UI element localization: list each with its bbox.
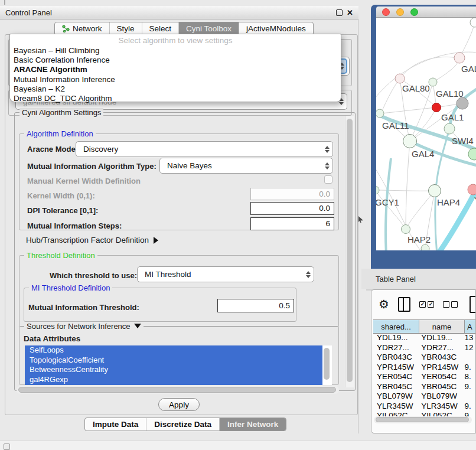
manual-kernel-checkbox[interactable]: [324, 175, 332, 184]
cell-value[interactable]: 12: [462, 343, 476, 353]
cell-name[interactable]: YBL079W: [418, 392, 462, 402]
dropdown-item-selected[interactable]: ARACNE Algorithm: [10, 65, 341, 74]
apply-button[interactable]: Apply: [158, 398, 200, 411]
cell-name[interactable]: YPR145W: [418, 363, 462, 373]
list-item[interactable]: BetweennessCentrality: [25, 365, 322, 375]
kernel-width-field[interactable]: 0.0: [250, 188, 334, 200]
cell-name[interactable]: YBR043C: [418, 353, 462, 363]
cell-name[interactable]: YDR27...: [418, 343, 462, 353]
cell-value[interactable]: [462, 392, 476, 402]
gear-icon[interactable]: ⚙: [379, 297, 389, 311]
mi-algorithm-type-combobox[interactable]: Naive Bayes: [159, 158, 333, 174]
network-canvas[interactable]: GAL GAL80 GAL10 GAL1 GAL11 SWI4 GAL4 GCY…: [376, 18, 476, 250]
column-header-shared-name[interactable]: shared...: [373, 320, 419, 333]
table-row[interactable]: YDL19... YDL19... 13: [373, 333, 476, 343]
cell-shared-name[interactable]: YBR043C: [373, 353, 418, 363]
tab-impute-data[interactable]: Impute Data: [85, 418, 146, 431]
cell-value[interactable]: 9.: [462, 411, 476, 416]
cell-name[interactable]: YLR345W: [418, 402, 462, 412]
cell-shared-name[interactable]: YIL052C: [373, 411, 418, 416]
cell-shared-name[interactable]: YDR27...: [373, 343, 418, 353]
deselect-all-icon[interactable]: [443, 301, 458, 308]
combobox-stepper[interactable]: [322, 158, 332, 173]
dropdown-item[interactable]: Basic Correlation Inference: [10, 56, 341, 65]
settings-horizontal-scrollbar[interactable]: [17, 386, 339, 394]
float-icon[interactable]: [336, 9, 343, 16]
tab-select[interactable]: Select: [142, 22, 180, 35]
network-node[interactable]: [468, 184, 476, 195]
cell-name[interactable]: YDL19...: [418, 333, 462, 343]
list-item[interactable]: SelfLoops: [25, 345, 322, 356]
dropdown-item[interactable]: Dream8 DC_TDC Algorithm: [10, 94, 341, 103]
mac-close-icon[interactable]: [382, 8, 390, 16]
hub-definition-section[interactable]: Hub/Transcription Factor Definition: [26, 236, 158, 244]
cell-value[interactable]: 8.: [462, 372, 476, 382]
settings-horizontal-scrollbar-thumb[interactable]: [18, 387, 336, 393]
column-header-partial[interactable]: A: [465, 320, 476, 333]
data-attributes-list[interactable]: SelfLoops TopologicalCoefficient Between…: [25, 345, 332, 385]
list-item[interactable]: TopologicalCoefficient: [25, 356, 322, 366]
which-threshold-combobox[interactable]: MI Threshold: [137, 266, 314, 282]
network-node-selected[interactable]: [432, 103, 441, 112]
settings-vertical-scrollbar-thumb[interactable]: [347, 119, 353, 382]
cell-name[interactable]: YIL052C: [418, 411, 462, 416]
dropdown-item[interactable]: Bayesian – Hill Climbing: [10, 46, 341, 56]
table-row[interactable]: YDR27... YDR27... 12: [373, 343, 476, 353]
mi-threshold-field[interactable]: 0.5: [217, 299, 294, 312]
list-vertical-scrollbar-thumb[interactable]: [324, 348, 330, 380]
cell-shared-name[interactable]: YBL079W: [373, 392, 418, 402]
table-body[interactable]: YDL19... YDL19... 13 YDR27... YDR27... 1…: [373, 333, 476, 416]
sources-legend[interactable]: Sources for Network Inference: [24, 322, 144, 331]
column-header-name[interactable]: name: [419, 320, 465, 333]
document-icon[interactable]: [470, 296, 476, 313]
table-row[interactable]: YPR145W YPR145W 9.: [373, 363, 476, 373]
network-node[interactable]: [429, 78, 437, 86]
network-node[interactable]: [395, 74, 405, 83]
list-item[interactable]: gal4RGexp: [25, 375, 322, 385]
dpi-tolerance-field[interactable]: 0.0: [250, 202, 334, 215]
network-node[interactable]: [470, 18, 476, 27]
cell-shared-name[interactable]: YPR145W: [373, 363, 418, 373]
dropdown-item[interactable]: Mutual Information Inference: [10, 75, 341, 84]
network-node[interactable]: [403, 135, 417, 148]
network-node[interactable]: [402, 225, 410, 234]
mac-minimize-icon[interactable]: [396, 8, 404, 16]
network-node[interactable]: [376, 186, 379, 194]
table-row[interactable]: YIL052C YIL052C 9.: [373, 411, 476, 416]
network-node[interactable]: [429, 185, 441, 197]
cell-shared-name[interactable]: YLR345W: [373, 402, 418, 412]
tab-discretize-data[interactable]: Discretize Data: [146, 418, 220, 431]
table-row[interactable]: YER054C YER054C 8.: [373, 372, 476, 382]
dropdown-item[interactable]: Bayesian – K2: [10, 84, 341, 94]
settings-vertical-scrollbar[interactable]: [345, 116, 354, 387]
table-row[interactable]: YLR345W YLR345W 9.: [373, 402, 476, 412]
tab-infer-network[interactable]: Infer Network: [220, 418, 286, 431]
network-node[interactable]: [421, 244, 429, 250]
cell-name[interactable]: YER054C: [418, 372, 462, 382]
cell-shared-name[interactable]: YBR045C: [373, 382, 418, 392]
close-icon[interactable]: ✕: [347, 9, 353, 17]
expand-right-icon[interactable]: [154, 237, 158, 244]
columns-icon[interactable]: [398, 297, 410, 312]
mi-steps-field[interactable]: 6: [250, 217, 334, 230]
network-node[interactable]: [457, 97, 468, 109]
network-node[interactable]: [454, 53, 465, 63]
network-node[interactable]: [444, 123, 455, 134]
cell-value[interactable]: 9.: [462, 402, 476, 412]
collapse-down-icon[interactable]: [134, 324, 141, 328]
table-horizontal-scrollbar-thumb[interactable]: [376, 417, 469, 422]
tab-network[interactable]: Network: [55, 22, 110, 35]
combobox-stepper[interactable]: [303, 267, 314, 282]
cell-value[interactable]: [462, 353, 476, 363]
cell-value[interactable]: 9.: [462, 363, 476, 373]
combobox-stepper[interactable]: [322, 142, 332, 156]
aracne-mode-combobox[interactable]: Discovery: [76, 141, 333, 157]
cell-name[interactable]: YBR045C: [418, 382, 462, 392]
table-row[interactable]: YBR043C YBR043C: [373, 353, 476, 363]
tab-cyni-toolbox[interactable]: Cyni Toolbox: [179, 22, 239, 35]
table-horizontal-scrollbar[interactable]: [374, 416, 472, 423]
mac-zoom-icon[interactable]: [410, 8, 418, 16]
network-node[interactable]: [376, 109, 384, 118]
table-row[interactable]: YBR045C YBR045C 9.: [373, 382, 476, 392]
select-all-icon[interactable]: ✓ ✓: [419, 301, 434, 308]
